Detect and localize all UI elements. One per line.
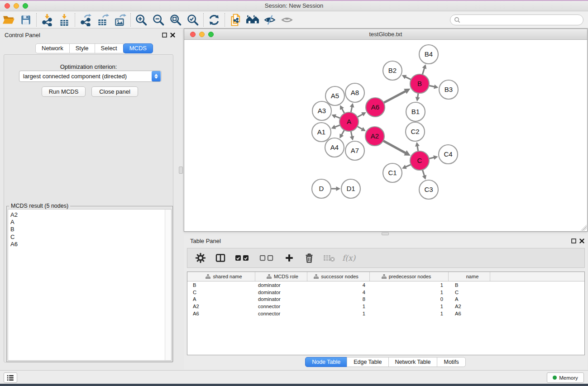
hide-graphics-details-icon[interactable] (261, 13, 278, 27)
cell[interactable]: B (187, 282, 255, 288)
open-cyndex-icon[interactable] (244, 13, 261, 27)
cell[interactable]: 1 (370, 290, 449, 295)
cell[interactable]: connector (255, 304, 307, 309)
mcds-result-list[interactable]: A2ABCA6 (8, 209, 172, 361)
network-window-titlebar[interactable]: testGlobe.txt (184, 29, 587, 40)
cell[interactable]: A6 (187, 311, 255, 316)
close-panel-button[interactable]: Close panel (91, 86, 138, 97)
tab-network-table[interactable]: Network Table (388, 357, 438, 367)
function-builder-icon[interactable]: f(x) (342, 253, 355, 262)
edge-B-B2[interactable] (405, 76, 411, 80)
cell[interactable]: 1 (370, 282, 449, 288)
cell[interactable]: 1 (370, 304, 449, 309)
tab-mcds[interactable]: MCDS (123, 43, 153, 53)
edge-A-A4[interactable] (341, 130, 344, 135)
close-panel-icon[interactable] (169, 32, 176, 38)
zoom-selected-icon[interactable] (184, 13, 201, 27)
show-hide-panel-icon[interactable] (278, 13, 296, 27)
graph-node-A1[interactable]: A1 (312, 123, 331, 142)
table-settings-icon[interactable] (194, 251, 207, 265)
export-table-icon[interactable] (94, 13, 111, 27)
graph-node-A7[interactable]: A7 (345, 141, 364, 160)
select-all-icon[interactable] (234, 251, 252, 265)
graph-node-A[interactable]: A (339, 112, 359, 131)
cell[interactable]: A (187, 296, 255, 302)
cell[interactable]: 0 (370, 296, 449, 302)
cell[interactable]: dominator (255, 290, 307, 295)
tab-select[interactable]: Select (95, 43, 124, 53)
graph-node-B4[interactable]: B4 (419, 45, 438, 64)
cell[interactable]: B (449, 282, 490, 288)
cell[interactable]: C (187, 290, 255, 295)
zoom-out-icon[interactable] (150, 13, 167, 27)
delete-table-icon[interactable] (322, 251, 336, 265)
save-session-icon[interactable] (17, 13, 34, 27)
edge-A-A5[interactable] (342, 108, 344, 114)
cell[interactable]: dominator (255, 296, 307, 302)
edge-B-B3[interactable] (429, 86, 435, 87)
edge-C-C3[interactable] (422, 170, 425, 176)
import-network-icon[interactable] (38, 13, 56, 27)
task-history-button[interactable] (4, 372, 17, 383)
float-table-panel-icon[interactable] (570, 238, 577, 244)
graph-node-C[interactable]: C (410, 151, 429, 170)
graph-node-C4[interactable]: C4 (439, 145, 458, 164)
memory-button[interactable]: Memory (547, 372, 584, 383)
duplicate-network-icon[interactable] (227, 13, 244, 27)
cell[interactable]: 1 (307, 311, 370, 316)
graph-node-D1[interactable]: D1 (341, 179, 360, 198)
table-row-a[interactable]: Adominator80A (187, 295, 584, 303)
column-header-successor-nodes[interactable]: successor nodes (307, 272, 370, 281)
column-header-name[interactable]: name (449, 272, 490, 281)
edge-A-A6[interactable] (357, 114, 363, 117)
graph-node-B1[interactable]: B1 (406, 102, 425, 121)
result-item-a[interactable]: A (10, 219, 165, 226)
cell[interactable]: 4 (307, 290, 370, 295)
cell[interactable]: A2 (187, 304, 255, 309)
export-network-icon[interactable] (77, 13, 94, 27)
edge-A-A2[interactable] (357, 126, 363, 129)
graph-node-A3[interactable]: A3 (312, 101, 331, 120)
import-table-icon[interactable] (56, 13, 73, 27)
node-table[interactable]: shared nameMCDS rolesuccessor nodesprede… (187, 272, 585, 355)
edge-A2-C[interactable] (383, 141, 406, 153)
horizontal-split-handle[interactable] (382, 232, 389, 235)
tab-network[interactable]: Network (35, 43, 70, 53)
cell[interactable]: A6 (449, 311, 490, 316)
network-canvas[interactable]: AA1A2A3A4A5A6A7A8BB1B2B3B4CC1C2C3C4DD1 (184, 40, 587, 231)
cell[interactable]: dominator (255, 282, 307, 288)
graph-node-A8[interactable]: A8 (345, 83, 364, 102)
resize-grip-icon[interactable] (580, 224, 587, 231)
table-row-a2[interactable]: A2connector11A2 (187, 303, 584, 310)
tab-node-table[interactable]: Node Table (305, 357, 347, 367)
graph-node-C3[interactable]: C3 (419, 180, 438, 199)
close-table-panel-icon[interactable] (578, 238, 585, 244)
graph-node-A5[interactable]: A5 (325, 86, 344, 105)
cell[interactable]: connector (255, 311, 307, 316)
table-row-c[interactable]: Cdominator41C (187, 289, 584, 296)
column-header-predecessor-nodes[interactable]: predecessor nodes (370, 272, 449, 281)
edge-A-A7[interactable] (351, 131, 352, 138)
search-input[interactable] (460, 15, 583, 24)
list-scrollbar[interactable] (165, 210, 171, 360)
graph-node-C1[interactable]: C1 (383, 163, 402, 182)
graph-node-A2[interactable]: A2 (365, 127, 384, 146)
result-item-b[interactable]: B (10, 226, 165, 233)
add-entry-icon[interactable] (282, 251, 296, 265)
result-item-a2[interactable]: A2 (10, 211, 165, 219)
deselect-all-icon[interactable] (258, 251, 276, 265)
zoom-in-icon[interactable] (133, 13, 150, 27)
tab-motifs[interactable]: Motifs (437, 357, 465, 367)
cell[interactable]: 4 (307, 282, 370, 288)
edge-B-B4[interactable] (422, 67, 425, 75)
graph-node-A4[interactable]: A4 (325, 138, 344, 157)
export-image-icon[interactable] (111, 13, 129, 27)
split-table-icon[interactable] (214, 251, 227, 265)
tab-style[interactable]: Style (69, 43, 95, 53)
cell[interactable]: C (449, 290, 490, 295)
open-session-icon[interactable] (0, 13, 17, 27)
cell[interactable]: 1 (307, 304, 370, 309)
graph-node-B[interactable]: B (410, 74, 429, 93)
graph-node-B3[interactable]: B3 (439, 80, 458, 99)
cell[interactable]: 1 (370, 311, 449, 316)
